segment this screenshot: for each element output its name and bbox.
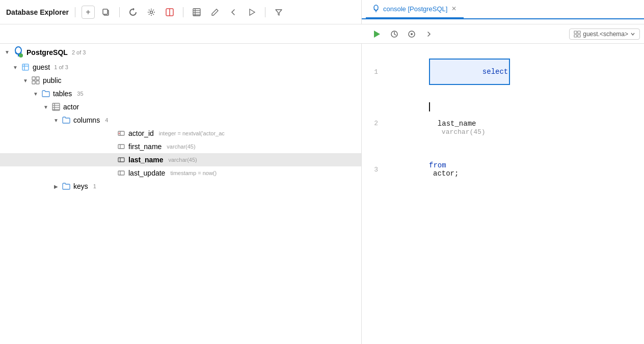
actor-chevron [43,104,49,110]
panel-title: Database Explorer [6,8,69,16]
history-button[interactable] [387,27,401,41]
postgresql-tab-icon [372,5,380,13]
filter-button[interactable] [272,5,286,19]
clock-icon [390,30,398,38]
col-last-update-type: timestamp = now() [170,170,217,176]
line-num-2: 2 [362,120,386,127]
pg-icon-wrapper [13,46,23,58]
diff-button[interactable] [163,5,177,19]
edit-button[interactable] [208,5,222,19]
col-last-update[interactable]: last_update timestamp = now() [0,166,361,180]
left-toolbar: Database Explorer + [0,0,362,24]
code-editor[interactable]: 1 select 2 last_name varchar(45) [362,44,644,344]
svg-rect-17 [578,31,580,34]
table-name: actor; [433,169,459,178]
db-item[interactable]: PostgreSQL 2 of 3 [0,44,361,61]
pin-button[interactable] [405,27,419,41]
refresh-icon [129,8,137,16]
schema-name: guest [33,63,50,71]
columns-count: 4 [105,117,108,123]
columns-folder-icon [62,116,70,124]
column-icon-2 [117,169,125,177]
public-item[interactable]: public [0,74,361,87]
schema-icon [32,76,40,84]
public-chevron [22,78,29,83]
right-header: console [PostgreSQL] ✕ [362,0,644,24]
svg-rect-1 [103,9,108,14]
schema-selector-label: guest.<schema> [583,31,628,38]
svg-rect-16 [574,31,577,34]
run-icon [374,31,380,38]
line-1-content: select [386,50,644,93]
col-last-name[interactable]: last_name varchar(45) [0,153,361,166]
svg-point-36 [119,133,120,134]
schema-grid-icon [574,31,581,38]
table-grid-icon [52,103,60,111]
keys-item[interactable]: keys 1 [0,180,361,193]
gear-icon [147,8,155,16]
svg-marker-10 [250,9,255,15]
tree-panel: PostgreSQL 2 of 3 guest 1 of 3 public [0,44,362,344]
database-icon [21,63,30,71]
keys-count: 1 [93,183,96,189]
refresh-button[interactable] [126,5,140,19]
console-tab-label: console [PostgreSQL] [383,5,447,13]
tables-count: 35 [77,91,83,97]
col-actor-id-name: actor_id [128,129,154,137]
columns-name: columns [73,116,100,124]
from-keyword: from [429,161,446,169]
keys-name: keys [73,182,88,190]
chevron-down-icon [630,32,635,37]
svg-rect-28 [36,81,39,84]
last-name-kw: last_name varchar(45) [386,120,486,144]
table-view-button[interactable] [190,5,204,19]
edit-icon [211,8,219,16]
keys-chevron [53,184,59,189]
line-3-content: from actor; [386,153,644,186]
svg-rect-22 [22,64,29,70]
console-tab[interactable]: console [PostgreSQL] ✕ [366,0,464,18]
db-chevron [4,49,10,55]
schema-item[interactable]: guest 1 of 3 [0,61,361,74]
copy-icon [102,8,110,16]
columns-chevron [53,118,59,123]
code-line-2: 2 last_name varchar(45) [362,94,644,153]
add-button[interactable]: + [82,6,95,19]
divider-1 [75,7,75,17]
col-last-update-name: last_update [128,169,165,177]
editor-panel: 1 select 2 last_name varchar(45) [362,44,644,344]
svg-rect-39 [118,158,124,162]
divider-2 [119,7,120,17]
svg-rect-19 [578,35,580,37]
pin-icon [408,30,416,38]
columns-item[interactable]: columns 4 [0,113,361,127]
main-content: PostgreSQL 2 of 3 guest 1 of 3 public [0,44,644,344]
console-toolbar: guest.<schema> [370,27,640,41]
db-name: PostgreSQL [26,48,68,56]
settings-button[interactable] [144,5,158,19]
more-button[interactable] [422,27,436,41]
play-small-button[interactable] [245,5,259,19]
col-actor-id-type: integer = nextval('actor_ac [159,130,225,136]
svg-rect-37 [118,145,124,149]
back-button[interactable] [226,5,240,19]
code-line-3: 3 from actor; [362,153,644,186]
copy-button[interactable] [99,5,113,19]
run-button[interactable] [370,27,384,41]
col-actor-id[interactable]: actor_id integer = nextval('actor_ac [0,127,361,140]
svg-point-15 [411,33,413,35]
line-2-content: last_name varchar(45) [386,94,644,152]
col-first-name[interactable]: first_name varchar(45) [0,140,361,153]
svg-rect-18 [574,35,577,37]
tab-close-button[interactable]: ✕ [450,4,458,13]
line-num-1: 1 [362,68,386,76]
divider-3 [183,7,183,17]
schema-selector[interactable]: guest.<schema> [569,28,640,40]
svg-rect-41 [118,171,124,175]
diff-icon [165,8,174,17]
actor-item[interactable]: actor [0,100,361,113]
keys-folder-icon [62,182,70,190]
code-line-1: 1 select [362,50,644,94]
tables-item[interactable]: tables 35 [0,87,361,100]
chevron-right-icon [425,31,433,38]
